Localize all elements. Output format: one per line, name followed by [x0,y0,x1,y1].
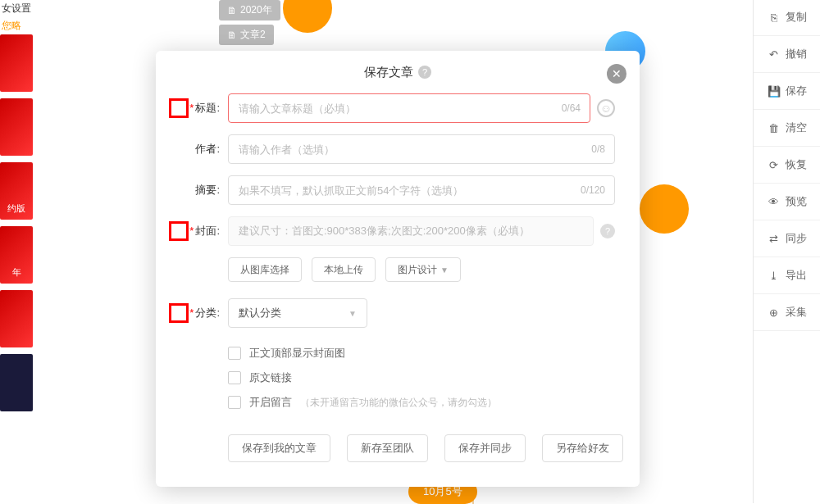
toolbar-sync[interactable]: ⇄ 同步 [754,220,820,257]
author-counter: 0/8 [591,143,605,155]
summary-label: 摘要: [172,183,220,198]
decorative-circle [640,184,689,234]
right-toolbar: ⎘ 复制 ↶ 撤销 💾 保存 🗑 清空 ⟳ 恢复 👁 预览 ⇄ 同步 ⤓ [753,0,820,503]
save-sync-button[interactable]: 保存并同步 [444,434,526,462]
file-icon: 🗎 [227,5,237,16]
brief-label: 您略 [0,17,33,34]
show-cover-checkbox[interactable] [228,347,241,360]
help-icon[interactable]: ? [418,66,431,79]
title-counter: 0/64 [562,102,581,114]
toolbar-save[interactable]: 💾 保存 [754,73,820,110]
chevron-down-icon: ▼ [348,309,357,318]
template-thumb[interactable] [0,354,33,411]
save-friend-button[interactable]: 另存给好友 [542,434,623,462]
toolbar-clear[interactable]: 🗑 清空 [754,110,820,147]
eye-icon: 👁 [768,195,781,208]
smile-icon: ☺ [600,102,612,115]
source-link-label: 原文链接 [249,370,292,385]
restore-icon: ⟳ [768,158,781,171]
show-cover-label: 正文顶部显示封面图 [249,346,345,361]
enable-comments-checkbox[interactable] [228,396,241,409]
template-thumb[interactable] [0,34,33,92]
cover-hint: 建议尺寸：首图文:900*383像素;次图文:200*200像素（必填） [228,216,594,246]
save-icon: 💾 [768,84,781,98]
undo-icon: ↶ [768,48,781,61]
close-icon: ✕ [612,67,622,80]
modal-title: 保存文章 [364,65,413,80]
copy-icon: ⎘ [768,11,781,24]
file-tab-2[interactable]: 🗎 文章2 [219,25,274,45]
toolbar-collect[interactable]: ⊕ 采集 [754,294,820,331]
summary-input[interactable] [228,175,615,205]
toolbar-undo[interactable]: ↶ 撤销 [754,36,820,73]
highlight-box [169,221,189,241]
comments-hint: （未开通留言功能的微信公众号，请勿勾选） [300,396,497,410]
file-icon: 🗎 [227,30,237,41]
close-button[interactable]: ✕ [607,64,626,84]
settings-label: 女设置 [0,0,33,17]
author-label: 作者: [172,142,220,157]
author-input[interactable] [228,134,615,164]
help-icon[interactable]: ? [600,224,615,238]
modal-header: 保存文章 ? ✕ [156,51,640,93]
emoji-button[interactable]: ☺ [597,99,615,117]
template-thumb[interactable] [0,98,33,156]
toolbar-preview[interactable]: 👁 预览 [754,184,820,220]
title-input[interactable] [228,93,590,123]
collect-icon: ⊕ [768,306,781,319]
toolbar-export[interactable]: ⤓ 导出 [754,257,820,294]
source-link-checkbox[interactable] [228,371,241,384]
save-mine-button[interactable]: 保存到我的文章 [228,434,330,462]
image-design-button[interactable]: 图片设计 ▼ [385,257,461,282]
sync-icon: ⇄ [768,232,781,245]
summary-counter: 0/120 [581,184,605,196]
toolbar-copy[interactable]: ⎘ 复制 [754,0,820,36]
file-tab-1[interactable]: 🗎 2020年 [219,0,280,20]
chevron-down-icon: ▼ [440,266,449,275]
template-thumb[interactable]: 年 [0,226,33,284]
from-library-button[interactable]: 从图库选择 [228,257,302,282]
category-select[interactable]: 默认分类 ▼ [228,298,367,328]
decorative-circle [283,0,332,33]
enable-comments-label: 开启留言 [249,395,292,410]
template-thumb[interactable] [0,290,33,347]
save-team-button[interactable]: 新存至团队 [347,434,428,462]
export-icon: ⤓ [768,269,781,282]
save-article-modal: 保存文章 ? ✕ *标题: 0/64 ☺ 作者: 0/8 摘要: 0/120 [156,51,640,487]
toolbar-restore[interactable]: ⟳ 恢复 [754,147,820,184]
local-upload-button[interactable]: 本地上传 [312,257,376,282]
trash-icon: 🗑 [768,121,781,134]
highlight-box [169,303,189,323]
template-thumb[interactable]: 约版 [0,162,33,220]
highlight-box [169,98,189,118]
